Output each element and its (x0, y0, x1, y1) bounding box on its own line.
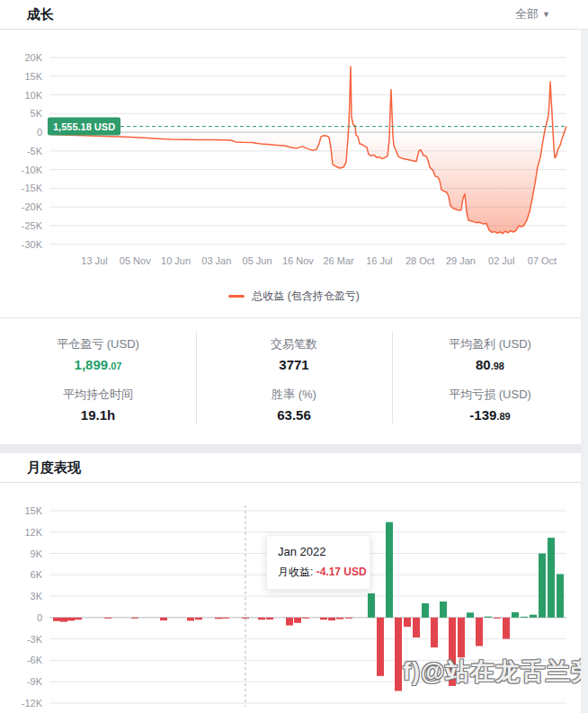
svg-text:-9K: -9K (27, 676, 43, 687)
monthly-title: 月度表现 (27, 459, 81, 477)
legend-label: 总收益 (包含持仓盈亏) (252, 289, 359, 304)
stat-label: 胜率 (%) (196, 387, 392, 403)
svg-text:-30K: -30K (22, 239, 43, 250)
svg-text:-6K: -6K (27, 655, 43, 665)
stat-value: 80.98 (392, 357, 588, 372)
svg-text:0: 0 (37, 127, 42, 138)
svg-text:-20K: -20K (22, 201, 43, 212)
svg-text:9K: 9K (31, 548, 43, 559)
growth-header: 成长 全部 ▼ (0, 0, 588, 30)
svg-text:0: 0 (37, 612, 42, 623)
svg-text:15K: 15K (24, 71, 42, 82)
watermark: f)@站在龙舌兰旁 (403, 655, 588, 688)
svg-text:03 Jan: 03 Jan (201, 255, 231, 266)
monthly-header: 月度表现 (0, 453, 588, 483)
watermark-text: @站在龙舌兰旁 (421, 658, 588, 685)
growth-title: 成长 (27, 6, 54, 23)
tooltip-row: 月收益: -4.17 USD (278, 565, 359, 580)
stat-cell: 平均盈利 (USD)80.98 (392, 336, 588, 372)
growth-chart-area: 20K15K10K5K0-5K-10K-15K-20K-25K-30K13 Ju… (0, 30, 588, 274)
svg-text:20K: 20K (24, 52, 42, 63)
svg-text:05 Jun: 05 Jun (243, 255, 272, 266)
svg-text:6K: 6K (31, 569, 43, 580)
svg-text:16 Jul: 16 Jul (366, 255, 392, 266)
stat-cell: 交易笔数3771 (196, 336, 392, 372)
period-filter-dropdown[interactable]: 全部 ▼ (515, 6, 561, 22)
stat-label: 平均亏损 (USD) (392, 387, 588, 403)
stats-divider (392, 332, 393, 423)
svg-text:3K: 3K (31, 591, 43, 602)
stat-label: 平均持仓时间 (0, 387, 196, 403)
svg-text:10 Jun: 10 Jun (161, 255, 191, 266)
stat-value: -139.89 (392, 407, 588, 423)
stats-divider (196, 332, 197, 423)
svg-text:12K: 12K (24, 527, 42, 538)
growth-chart[interactable]: 20K15K10K5K0-5K-10K-15K-20K-25K-30K13 Ju… (0, 30, 588, 274)
watermark-logo-icon: f) (403, 658, 421, 685)
svg-text:10K: 10K (24, 90, 42, 101)
svg-text:1,555.18 USD: 1,555.18 USD (53, 121, 115, 132)
tooltip-value: -4.17 USD (316, 566, 367, 578)
stat-cell: 平仓盈亏 (USD)1,899.07 (0, 336, 196, 372)
legend-dash-icon (228, 295, 245, 298)
svg-text:26 Mar: 26 Mar (323, 255, 354, 266)
stat-cell: 平均持仓时间19.1h (0, 387, 196, 423)
stats-panel: 平仓盈亏 (USD)1,899.07交易笔数3771平均盈利 (USD)80.9… (0, 317, 588, 444)
chevron-down-icon: ▼ (542, 10, 550, 19)
svg-text:13 Jul: 13 Jul (81, 255, 107, 266)
svg-text:02 Jul: 02 Jul (488, 255, 514, 266)
stat-label: 交易笔数 (196, 336, 392, 352)
svg-text:-3K: -3K (27, 634, 43, 645)
svg-text:-10K: -10K (22, 165, 43, 175)
growth-legend: 总收益 (包含持仓盈亏) (0, 274, 588, 317)
svg-text:5K: 5K (31, 108, 43, 119)
stat-value: 1,899.07 (0, 357, 196, 372)
svg-text:-12K: -12K (22, 698, 43, 708)
svg-text:28 Oct: 28 Oct (405, 255, 434, 266)
svg-text:-15K: -15K (22, 183, 43, 193)
growth-section: 成长 全部 ▼ 20K15K10K5K0-5K-10K-15K-20K-25K-… (0, 0, 588, 444)
svg-text:29 Jan: 29 Jan (446, 255, 476, 266)
stat-label: 平均盈利 (USD) (392, 336, 588, 352)
stat-label: 平仓盈亏 (USD) (0, 336, 196, 352)
stat-cell: 平均亏损 (USD)-139.89 (392, 387, 588, 423)
tooltip: Jan 2022 月收益: -4.17 USD (266, 535, 370, 590)
svg-text:07 Oct: 07 Oct (528, 255, 557, 266)
monthly-chart-area: 15K12K9K6K3K0-3K-6K-9K-12K Jan 2022 月收益:… (0, 483, 588, 708)
section-separator (0, 444, 588, 453)
stat-value: 63.56 (196, 407, 392, 423)
svg-text:-25K: -25K (22, 220, 43, 231)
svg-text:-5K: -5K (27, 146, 43, 156)
monthly-section: 月度表现 15K12K9K6K3K0-3K-6K-9K-12K Jan 2022… (0, 453, 588, 708)
tooltip-title: Jan 2022 (278, 545, 359, 558)
svg-text:16 Nov: 16 Nov (282, 255, 314, 266)
page-gutter (581, 30, 588, 713)
period-filter-label: 全部 (515, 6, 539, 22)
stat-value: 3771 (196, 357, 392, 372)
stat-cell: 胜率 (%)63.56 (196, 387, 392, 423)
svg-text:15K: 15K (24, 505, 42, 516)
stat-value: 19.1h (0, 407, 196, 423)
svg-text:05 Nov: 05 Nov (120, 255, 151, 266)
tooltip-label: 月收益: (278, 566, 316, 578)
